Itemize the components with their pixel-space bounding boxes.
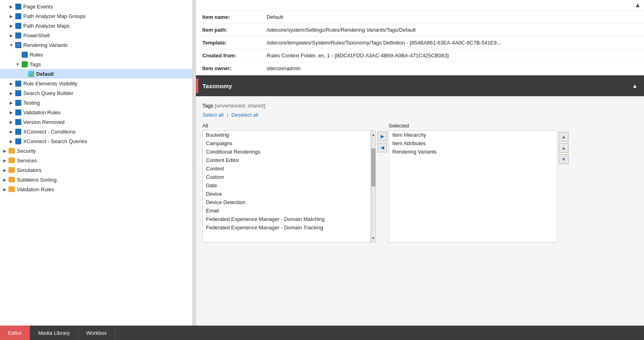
icon-page-events [14,3,22,10]
toggle-xconnect-search-queries[interactable]: ▶ [8,139,14,144]
bottom-tab-editor[interactable]: Editor [0,326,30,340]
all-list-item-6[interactable]: Date [203,181,371,190]
collapse-button[interactable]: ▲ [634,2,641,9]
toggle-powershell[interactable]: ▶ [8,33,14,38]
sidebar-item-subitems-sorting[interactable]: ▶Subitems Sorting [0,175,192,184]
label-validation-rules-2: Validation Rules [17,186,54,192]
toggle-simulators[interactable]: ▶ [2,168,8,172]
sidebar-item-rule-elements-visibility[interactable]: ▶Rule Elements Visibility [0,79,192,88]
all-list-item-4[interactable]: Context [203,164,371,173]
taxonomy-section-wrapper: Taxonomy ▲ [196,75,644,96]
icon-default [27,70,35,77]
sidebar-item-default[interactable]: Default [0,69,192,79]
label-rules: Rules [30,52,43,58]
bottom-tab-workbox[interactable]: Workbox [78,326,115,340]
toggle-testing[interactable]: ▶ [8,101,14,105]
resize-handle[interactable]: ⋮ [193,0,196,326]
all-list-box[interactable]: BucketingCampaignsConditional Renderings… [202,130,371,243]
sidebar-item-validation-rules[interactable]: ▶Validation Rules [0,107,192,117]
all-list-label: All [202,123,376,129]
sidebar-item-path-analyzer-maps[interactable]: ▶Path Analyzer Maps [0,21,192,30]
prop-row-2: Template:/sitecore/templates/System/Rule… [196,36,644,49]
taxonomy-section-header[interactable]: Taxonomy ▲ [196,75,644,96]
separator: | [227,112,228,118]
toggle-path-analyzer-map-groups[interactable]: ▶ [8,14,14,18]
selected-scroll-up-button[interactable]: ▲ [559,132,569,142]
toggle-tags[interactable]: ▼ [14,62,21,67]
label-page-events: Page Events [23,4,53,10]
selected-list-box[interactable]: Item HierarchyItem AttributesRendering V… [389,130,557,243]
all-list-item-11[interactable]: Federated Experience Manager - Domain Tr… [203,223,371,232]
selected-move-down-button[interactable]: ▼ [559,154,569,164]
label-services: Services [17,158,37,164]
prop-value-4: sitecore\admin [267,65,638,71]
selected-list-item-0[interactable]: Item Hierarchy [389,131,557,139]
label-default: Default [36,71,54,77]
toggle-page-events[interactable]: ▶ [8,4,14,9]
all-scroll-down-btn[interactable]: ▼ [371,234,375,242]
prop-label-3: Created from: [202,53,267,59]
prop-row-3: Created from:Rules Context Folder, en, 1… [196,49,644,62]
sidebar-item-xconnect-search-queries[interactable]: ▶XConnect - Search Queries [0,136,192,146]
prop-row-0: Item name:Default [196,11,644,24]
icon-xconnect-search-queries [14,138,22,145]
all-list-item-1[interactable]: Campaigns [203,139,371,148]
prop-row-1: Item path:/sitecore/system/Settings/Rule… [196,24,644,36]
selected-list-item-2[interactable]: Rendering Variants [389,148,557,156]
sidebar-item-security[interactable]: ▶Security [0,146,192,156]
select-actions: Select all | Deselect all [202,112,638,118]
icon-testing [14,99,22,106]
sidebar-item-path-analyzer-map-groups[interactable]: ▶Path Analyzer Map Groups [0,11,192,21]
sidebar-item-rendering-variants[interactable]: ▼Rendering Variants [0,40,192,50]
sidebar-item-validation-rules-2[interactable]: ▶Validation Rules [0,184,192,194]
sidebar-item-services[interactable]: ▶Services [0,156,192,165]
sidebar-item-rules[interactable]: Rules [0,50,192,59]
prop-value-2: /sitecore/templates/System/Rules/Taxonom… [267,40,638,46]
toggle-services[interactable]: ▶ [2,158,8,163]
icon-security [8,147,15,154]
sidebar-item-xconnect-conditions[interactable]: ▶XConnect - Conditions [0,127,192,136]
toggle-validation-rules-2[interactable]: ▶ [2,187,8,192]
label-security: Security [17,148,36,154]
toggle-security[interactable]: ▶ [2,149,8,153]
toggle-validation-rules[interactable]: ▶ [8,110,14,115]
all-list-item-5[interactable]: Custom [203,173,371,181]
all-list-item-9[interactable]: Email [203,206,371,215]
all-scroll-up-btn[interactable]: ▲ [371,131,375,139]
selected-move-up-button[interactable]: ▲ [559,143,569,153]
label-simulators: Simulators [17,167,41,173]
bottom-tab-media-library[interactable]: Media Library [30,326,78,340]
sidebar-item-version-removed[interactable]: ▶Version Removed [0,117,192,127]
sidebar-item-powershell[interactable]: ▶PowerShell [0,30,192,40]
select-all-link[interactable]: Select all [202,112,224,118]
toggle-version-removed[interactable]: ▶ [8,120,14,124]
icon-path-analyzer-maps [14,22,22,29]
selected-list-item-1[interactable]: Item Attributes [389,139,557,148]
all-list-item-3[interactable]: Content Editor [203,156,371,164]
all-list-item-0[interactable]: Bucketing [203,131,371,139]
toggle-rule-elements-visibility[interactable]: ▶ [8,81,14,86]
icon-validation-rules-2 [8,186,15,193]
icon-rule-elements-visibility [14,80,22,87]
label-path-analyzer-map-groups: Path Analyzer Map Groups [23,13,86,19]
all-scroll-thumb [371,148,375,186]
toggle-rendering-variants[interactable]: ▼ [8,43,14,47]
sidebar-item-search-query-builder[interactable]: ▶Search Query Builder [0,88,192,98]
sidebar-item-simulators[interactable]: ▶Simulators [0,165,192,175]
toggle-subitems-sorting[interactable]: ▶ [2,178,8,182]
toggle-search-query-builder[interactable]: ▶ [8,91,14,95]
sidebar-item-testing[interactable]: ▶Testing [0,98,192,107]
all-list-item-2[interactable]: Conditional Renderings [203,148,371,156]
all-list-item-10[interactable]: Federated Experience Manager - Domain Ma… [203,215,371,223]
deselect-all-link[interactable]: Deselect all [231,112,258,118]
all-list-item-7[interactable]: Device [203,190,371,198]
sidebar-item-page-events[interactable]: ▶Page Events [0,2,192,11]
toggle-xconnect-conditions[interactable]: ▶ [8,130,14,134]
move-left-button[interactable]: ◀ [377,143,387,152]
toggle-path-analyzer-maps[interactable]: ▶ [8,24,14,28]
move-right-button[interactable]: ▶ [377,132,387,141]
properties-topbar: ▲ [196,0,644,11]
list-center-controls: ▶ ◀ [376,132,389,152]
all-list-item-8[interactable]: Device Detection [203,198,371,206]
sidebar-item-tags[interactable]: ▼Tags [0,59,192,69]
